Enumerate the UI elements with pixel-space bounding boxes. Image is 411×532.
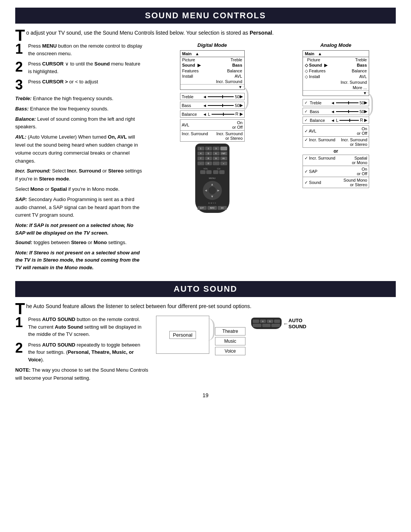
auto-remote-wrapper: A S AUTO SOUND [251, 318, 282, 329]
stereo-note: Note: If Stereo is not present on a sele… [15, 249, 145, 272]
remote-top-row-4: - 0 · + [198, 161, 227, 165]
auto-btn-bare[interactable] [253, 320, 259, 323]
analog-treble-slider: ✓ Treble ◄ 50 ▶ [303, 99, 369, 106]
vol-down-btn[interactable] [200, 170, 206, 174]
treble-check: ✓ [304, 101, 310, 105]
incr1-value: Incr. Surround or Stereo [341, 137, 367, 147]
auto-step-2-number: 2 [15, 341, 24, 355]
remote-btn-2[interactable]: 2 [205, 147, 212, 150]
sound-value: Sound Mono or Stereo [344, 178, 367, 187]
bass-track [336, 111, 358, 112]
auto-remote-mid [253, 324, 280, 327]
auto-options-wrapper: Theatre Music Voice [215, 320, 245, 355]
main-content-area: 1 Press MENU button on the remote contro… [15, 42, 396, 273]
remote-dx-btn[interactable]: DX [218, 206, 227, 210]
analog-mode-label: Analog Mode [320, 42, 352, 48]
remote-btn-dot[interactable]: · [213, 161, 220, 165]
analog-balance-slider: ✓ Balance ◄ L R ▶ [303, 117, 369, 124]
analog-menu-row-4: ◇ InstallAVL [303, 74, 369, 80]
auto-label-line2: SOUND [288, 324, 306, 330]
sap-note: Note: If SAP is not present on a selecte… [15, 222, 145, 236]
remote-top-row-1: 1 2 3 [198, 147, 227, 150]
balance-left-arrow: ◄ L [331, 118, 338, 123]
step-3-text: Press CURSOR > or < to adjust [28, 78, 98, 86]
balance-label-analog: Balance [310, 118, 331, 123]
auto-btn-empty[interactable] [274, 320, 280, 323]
auto-btn-auto[interactable]: A [260, 320, 266, 323]
ch-down-btn[interactable] [213, 170, 218, 174]
balance-track [339, 120, 359, 121]
auto-steps-area: 1 Press AUTO SOUND button on the remote … [15, 316, 396, 385]
remote-btn-0[interactable]: 0 [205, 161, 212, 165]
step-2: 2 Press CURSOR ∨ to until the Sound menu… [15, 60, 145, 75]
treble-tick [348, 101, 349, 104]
remote-btn-8[interactable]: 8 [205, 157, 212, 160]
auto-mid-btn-1[interactable] [253, 324, 261, 327]
personal-label: Personal [169, 331, 196, 339]
remote-btn-1[interactable]: 1 [198, 147, 204, 150]
auto-step-1-text: Press AUTO SOUND button on the remote co… [28, 316, 148, 338]
step-1-text: Press MENU button on the remote control … [28, 42, 145, 57]
remote-top-row-3: 7 8 9 AV [198, 157, 227, 160]
remote-btn-5[interactable]: 5 [205, 152, 212, 155]
auto-label-line1: AUTO [288, 318, 306, 324]
remote-info-btn[interactable]: INFO [207, 206, 217, 210]
auto-note: NOTE: The way you choose to set the Soun… [15, 366, 148, 382]
sound-menu-title: SOUND MENU CONTROLS [15, 8, 396, 24]
vol-up-btn[interactable] [206, 170, 212, 174]
auto-sound-options-list: Theatre Music Voice [215, 327, 245, 355]
auto-btn-sound[interactable]: S [267, 320, 273, 323]
incr1-label: ✓ Incr. Surround [304, 137, 335, 142]
remote-btn-4[interactable]: 4 [198, 152, 204, 155]
auto-step-1: 1 Press AUTO SOUND button on the remote … [15, 316, 148, 338]
remote-vol-ch-area: VOL CH [198, 168, 227, 174]
remote-ext-btn[interactable]: EXT [198, 206, 207, 210]
remote-btn-6[interactable]: 6 [213, 152, 220, 155]
analog-curve [363, 91, 373, 118]
avl-desc: AVL: (Auto Volume Leveler) When turned O… [15, 133, 145, 165]
auto-right-col: Personal Theatre Music Voice [156, 316, 396, 385]
remote-av-btn[interactable]: AV [220, 157, 227, 160]
balance-check: ✓ [304, 118, 310, 122]
auto-mid-btn-2[interactable] [262, 324, 271, 327]
option-theatre: Theatre [215, 327, 245, 335]
bass-label-analog: Bass [310, 109, 331, 114]
auto-left-col: 1 Press AUTO SOUND button on the remote … [15, 316, 148, 385]
digital-mode-col: Digital Mode Main ▲ PictureTreble Sound … [152, 42, 272, 273]
treble-left-arrow: ◄ [331, 101, 335, 105]
sap-value: On or Off [357, 167, 367, 176]
remote-btn-plus[interactable]: + [220, 161, 227, 165]
digital-curve-wrapper: Treble ◄ 50 ▶ Bass ◄ 50 [180, 93, 245, 142]
ch-up-btn[interactable] [219, 170, 225, 174]
incr-surround-desc: Incr. Surround: Select Incr. Surround or… [15, 167, 145, 183]
auto-arrow-indicator: ← [283, 321, 288, 327]
auto-sound-section: AUTO SOUND T he Auto Sound feature allow… [15, 281, 396, 385]
step-3-number: 3 [15, 78, 24, 92]
big-T-letter: T [15, 29, 25, 42]
remote-power-btn[interactable] [220, 147, 227, 150]
auto-remote-top: A S [253, 320, 280, 323]
remote-container: 1 2 3 4 5 6 FMT 7 8 [195, 144, 229, 213]
auto-mid-btn-3[interactable] [271, 324, 280, 327]
sound-check-label: ✓ Sound [304, 180, 321, 185]
treble-desc: Treble: Enhance the high frequency sound… [15, 95, 145, 103]
nav-center-btn[interactable] [209, 187, 216, 194]
right-diagrams: Digital Mode Main ▲ PictureTreble Sound … [152, 42, 396, 273]
remote-btn-7[interactable]: 7 [198, 157, 204, 160]
or-divider: or [303, 149, 369, 154]
ch-label: CH [217, 168, 220, 170]
left-instructions: 1 Press MENU button on the remote contro… [15, 42, 145, 273]
analog-menu-row-3: ◇ FeaturesBalance [303, 68, 369, 74]
remote-nav-ring[interactable]: ▲ ▼ ◄ ► [203, 181, 222, 200]
remote-format-btn[interactable]: FMT [220, 152, 227, 155]
remote-btn-9[interactable]: 9 [213, 157, 220, 160]
bass-check: ✓ [304, 109, 310, 113]
remote-btn-dash[interactable]: - [198, 161, 204, 165]
remote-btn-3[interactable]: 3 [213, 147, 220, 150]
nav-down-arrow: ▼ [210, 195, 214, 198]
personal-screen-wrapper: Personal [156, 316, 209, 354]
auto-remote-mini: A S [251, 318, 282, 329]
treble-label-analog: Treble [310, 101, 331, 105]
step-1-number: 1 [15, 42, 24, 56]
remote-nav-area: MENU ▲ ▼ ◄ ► ∧ ∨ < > [203, 177, 222, 204]
